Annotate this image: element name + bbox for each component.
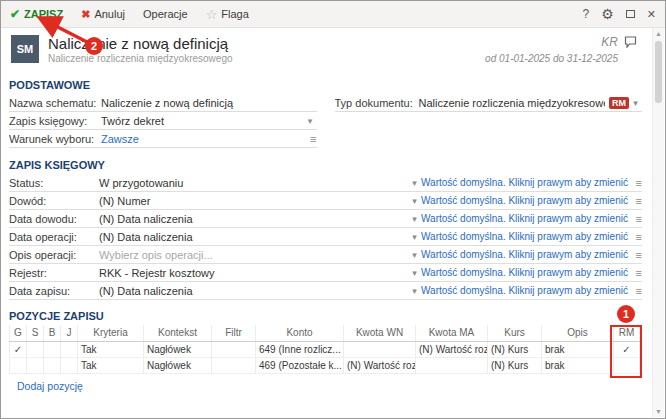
vertical-scrollbar[interactable]: ▲ ▼ [652, 28, 664, 417]
column-header-j[interactable]: J [61, 325, 78, 341]
condition-label: Warunek wyboru: [9, 133, 101, 145]
chevron-down-icon[interactable]: ▾ [408, 178, 421, 188]
column-header-g[interactable]: G [10, 325, 27, 341]
menu-icon[interactable]: ≡ [629, 195, 642, 207]
cell-konto: 469 (Pozostałe k... [256, 357, 344, 373]
positions-table: G S B J Kryteria Kontekst Filtr Konto Kw… [9, 325, 640, 374]
avatar: SM [11, 35, 39, 63]
column-header-filtr[interactable]: Filtr [212, 325, 256, 341]
dowod-select[interactable]: (N) Numer [99, 195, 408, 207]
scroll-down-arrow[interactable]: ▼ [653, 406, 664, 417]
column-header-rm[interactable]: RM [614, 325, 640, 341]
menu-icon[interactable]: ≡ [629, 249, 642, 261]
field-row-data-dowodu: Data dowodu: (N) Data naliczenia▾ Wartoś… [9, 210, 642, 228]
cell-filtr [212, 357, 256, 373]
column-header-b[interactable]: B [44, 325, 61, 341]
table-row[interactable]: ✓ Tak Nagłówek 649 (Inne rozlicz... (N) … [10, 341, 640, 357]
rejestr-select[interactable]: RKK - Rejestr kosztowy [99, 267, 408, 279]
cell-kurs: (N) Kurs [488, 341, 542, 357]
comment-bubble-icon[interactable] [624, 34, 637, 52]
default-value-hint-link[interactable]: Wartość domyślna. Kliknij prawym aby zmi… [421, 231, 629, 242]
field-ledger-entry[interactable]: Zapis księgowy: Twórz dekret ▾ [9, 112, 317, 130]
menu-icon[interactable]: ≡ [629, 177, 642, 189]
cell-rm-check: ✓ [614, 341, 640, 357]
field-label: Opis operacji: [9, 249, 99, 261]
field-row-data-operacji: Data operacji: (N) Data naliczenia▾ Wart… [9, 228, 642, 246]
save-button[interactable]: ✔ ZAPISZ [10, 8, 63, 20]
cell-opis: brak [542, 357, 614, 373]
flag-button[interactable]: ☆ Flaga [206, 8, 249, 21]
field-doc-type[interactable]: Typ dokumentu: Naliczenie rozliczenia mi… [335, 94, 643, 112]
column-header-opis[interactable]: Opis [542, 325, 614, 341]
save-button-label: ZAPISZ [24, 8, 63, 20]
add-position-link[interactable]: Dodaj pozycję [17, 380, 83, 392]
chevron-down-icon[interactable]: ▾ [408, 214, 421, 224]
default-value-hint-link[interactable]: Wartość domyślna. Kliknij prawym aby zmi… [421, 177, 629, 188]
default-value-hint-link[interactable]: Wartość domyślna. Kliknij prawym aby zmi… [421, 213, 629, 224]
default-value-hint-link[interactable]: Wartość domyślna. Kliknij prawym aby zmi… [421, 249, 629, 260]
schema-name-input[interactable]: Naliczenie z nową definicją [101, 97, 317, 109]
cancel-button[interactable]: ✖ Anuluj [81, 8, 125, 20]
close-button[interactable]: ✕ [647, 8, 656, 21]
doc-type-label: Typ dokumentu: [335, 97, 419, 109]
section-ledger-entry: ZAPIS KSIĘGOWY Status: W przygotowaniu▾ … [1, 158, 652, 300]
column-header-konto[interactable]: Konto [256, 325, 344, 341]
cell-s [27, 341, 44, 357]
condition-value-link[interactable]: Zawsze [101, 133, 139, 145]
column-header-s[interactable]: S [27, 325, 44, 341]
column-header-kwota-wn[interactable]: Kwota WN [344, 325, 416, 341]
cell-kwota-ma [416, 357, 488, 373]
data-dowodu-select[interactable]: (N) Data naliczenia [99, 213, 408, 225]
page-subtitle: Naliczenie rozliczenia międzyokresowego [48, 53, 485, 64]
cell-g-check [10, 357, 27, 373]
menu-icon[interactable]: ≡ [304, 133, 317, 145]
scroll-up-arrow[interactable]: ▲ [653, 28, 664, 39]
doc-type-rm-badge: RM [609, 97, 629, 109]
default-value-hint-link[interactable]: Wartość domyślna. Kliknij prawym aby zmi… [421, 267, 629, 278]
doc-type-value[interactable]: Naliczenie rozliczenia międzyokresowego [419, 97, 606, 109]
table-header-row: G S B J Kryteria Kontekst Filtr Konto Kw… [10, 325, 640, 341]
empty-cell [335, 112, 643, 130]
help-button[interactable]: ? [583, 7, 590, 21]
cell-opis: brak [542, 341, 614, 357]
column-header-kryteria[interactable]: Kryteria [78, 325, 144, 341]
data-operacji-select[interactable]: (N) Data naliczenia [99, 231, 408, 243]
chevron-down-icon[interactable]: ▾ [408, 268, 421, 278]
field-row-rejestr: Rejestr: RKK - Rejestr kosztowy▾ Wartość… [9, 264, 642, 282]
menu-icon[interactable]: ≡ [629, 231, 642, 243]
status-select[interactable]: W przygotowaniu [99, 177, 408, 189]
chevron-down-icon[interactable]: ▾ [408, 286, 421, 296]
default-value-hint-link[interactable]: Wartość domyślna. Kliknij prawym aby zmi… [421, 195, 629, 206]
empty-cell [335, 130, 643, 148]
chevron-down-icon[interactable]: ▾ [304, 116, 317, 126]
chevron-down-icon[interactable]: ▾ [408, 196, 421, 206]
gear-icon[interactable]: ⚙ [601, 6, 614, 22]
section-positions: POZYCJE ZAPISU G S B J Kryteria Kontekst [1, 309, 652, 394]
ledger-entry-value[interactable]: Twórz dekret [101, 115, 304, 127]
chevron-down-icon[interactable]: ▾ [408, 232, 421, 242]
table-row[interactable]: Tak Nagłówek 469 (Pozostałe k... (N) War… [10, 357, 640, 373]
chevron-down-icon[interactable]: ▾ [408, 250, 421, 260]
operations-menu-button[interactable]: Operacje [143, 8, 188, 20]
menu-icon[interactable]: ≡ [629, 213, 642, 225]
column-header-kurs[interactable]: Kurs [488, 325, 542, 341]
field-label: Data operacji: [9, 231, 99, 243]
field-schema-name[interactable]: Nazwa schematu: Naliczenie z nową defini… [9, 94, 317, 112]
column-header-kwota-ma[interactable]: Kwota MA [416, 325, 488, 341]
data-zapisu-select[interactable]: (N) Data naliczenia [99, 285, 408, 297]
cell-kwota-ma: (N) Wartość rozli... [416, 341, 488, 357]
cell-kryteria: Tak [78, 341, 144, 357]
cell-b [44, 357, 61, 373]
scroll-thumb[interactable] [655, 41, 662, 103]
chevron-down-icon[interactable]: ▾ [629, 98, 642, 108]
cell-filtr [212, 341, 256, 357]
field-condition[interactable]: Warunek wyboru: Zawsze ≡ [9, 130, 317, 148]
star-icon: ☆ [206, 8, 218, 21]
column-header-kontekst[interactable]: Kontekst [144, 325, 212, 341]
cell-kontekst: Nagłówek [144, 357, 212, 373]
opis-operacji-select[interactable]: Wybierz opis operacji... [99, 249, 408, 261]
menu-icon[interactable]: ≡ [629, 285, 642, 297]
menu-icon[interactable]: ≡ [629, 267, 642, 279]
default-value-hint-link[interactable]: Wartość domyślna. Kliknij prawym aby zmi… [421, 285, 629, 296]
maximize-button[interactable] [626, 10, 635, 18]
